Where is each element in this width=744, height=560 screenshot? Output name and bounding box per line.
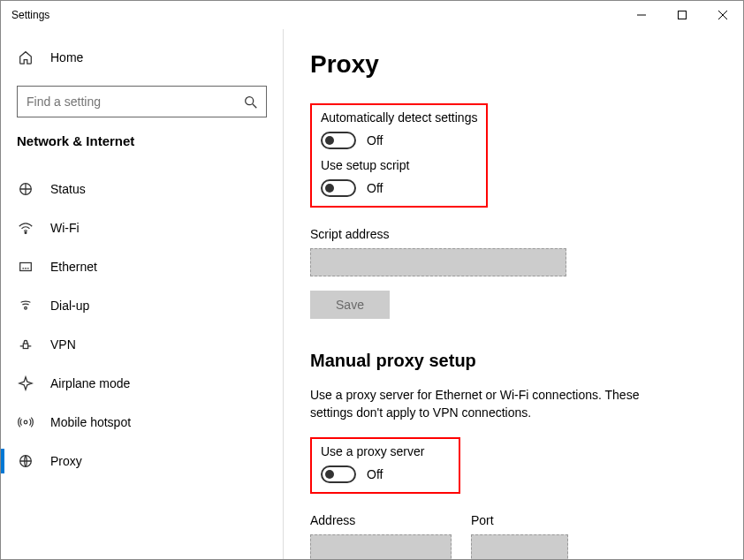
nav-wifi[interactable]: Wi-Fi: [1, 208, 283, 247]
use-proxy-label: Use a proxy server: [321, 444, 450, 458]
svg-rect-1: [679, 11, 687, 19]
manual-description: Use a proxy server for Ethernet or Wi-Fi…: [310, 387, 681, 421]
port-input: [471, 534, 568, 559]
svg-point-9: [25, 306, 27, 309]
setup-script-toggle[interactable]: [321, 179, 356, 197]
address-label: Address: [310, 513, 452, 527]
airplane-icon: [17, 375, 34, 392]
maximize-button[interactable]: [662, 1, 702, 29]
search-icon: [243, 95, 257, 109]
vpn-icon: [17, 336, 34, 353]
save-button: Save: [310, 291, 390, 319]
nav-hotspot[interactable]: Mobile hotspot: [1, 403, 283, 442]
port-label: Port: [471, 513, 568, 527]
titlebar: Settings: [1, 1, 743, 29]
ethernet-icon: [17, 258, 34, 276]
svg-point-11: [24, 420, 27, 424]
settings-window: Settings Home Network & Internet: [0, 0, 744, 560]
wifi-icon: [17, 219, 34, 237]
setup-script-state: Off: [367, 181, 383, 195]
page-title: Proxy: [310, 50, 717, 79]
search-box[interactable]: [17, 86, 267, 117]
nav-label: Dial-up: [50, 299, 89, 313]
auto-detect-toggle[interactable]: [321, 132, 356, 149]
auto-detect-state: Off: [367, 133, 383, 148]
nav-label: Wi-Fi: [50, 221, 80, 235]
nav-vpn[interactable]: VPN: [1, 325, 283, 364]
minimize-button[interactable]: [621, 1, 662, 29]
nav-proxy[interactable]: Proxy: [1, 442, 283, 481]
home-label: Home: [50, 50, 83, 64]
hotspot-icon: [17, 413, 34, 431]
nav-status[interactable]: Status: [1, 170, 283, 208]
auto-detect-label: Automatically detect settings: [321, 110, 477, 125]
nav-label: Mobile hotspot: [50, 415, 131, 429]
nav-label: Airplane mode: [50, 376, 130, 390]
dialup-icon: [17, 297, 34, 314]
content-area: Proxy Automatically detect settings Off …: [284, 29, 743, 559]
nav-dialup[interactable]: Dial-up: [1, 286, 283, 325]
manual-section-title: Manual proxy setup: [310, 351, 717, 371]
category-header: Network & Internet: [1, 133, 283, 161]
script-address-input: [310, 248, 566, 276]
nav-label: Ethernet: [50, 260, 97, 274]
nav-airplane[interactable]: Airplane mode: [1, 364, 283, 403]
highlight-auto-section: Automatically detect settings Off Use se…: [310, 103, 488, 208]
search-input[interactable]: [27, 95, 243, 109]
use-proxy-toggle[interactable]: [321, 465, 356, 483]
nav-label: VPN: [50, 337, 76, 352]
status-icon: [17, 180, 34, 198]
sidebar: Home Network & Internet Status Wi-Fi: [1, 29, 284, 559]
home-nav[interactable]: Home: [1, 40, 283, 75]
svg-point-4: [246, 97, 254, 105]
nav-label: Status: [50, 182, 86, 196]
use-proxy-state: Off: [367, 467, 383, 481]
script-address-label: Script address: [310, 227, 717, 241]
highlight-proxy-section: Use a proxy server Off: [310, 437, 460, 494]
home-icon: [17, 49, 34, 66]
nav-ethernet[interactable]: Ethernet: [1, 247, 283, 286]
setup-script-label: Use setup script: [321, 158, 477, 172]
svg-rect-10: [23, 344, 27, 348]
proxy-icon: [17, 452, 34, 470]
nav-label: Proxy: [50, 454, 82, 468]
svg-rect-8: [20, 263, 32, 271]
svg-point-7: [25, 232, 27, 234]
window-title: Settings: [1, 9, 49, 21]
address-input: [310, 534, 452, 559]
svg-line-5: [253, 104, 257, 109]
close-button[interactable]: [702, 1, 743, 29]
